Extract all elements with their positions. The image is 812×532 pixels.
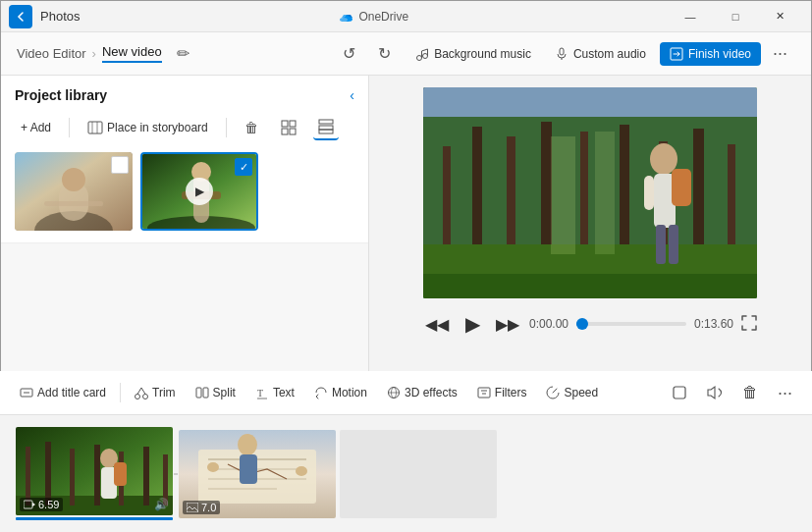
place-storyboard-button[interactable]: Place in storyboard (81, 117, 214, 138)
fullscreen-icon (741, 315, 757, 331)
select-checkbox[interactable]: ✓ (235, 158, 252, 176)
svg-rect-62 (674, 387, 685, 399)
3d-effects-button[interactable]: 3D effects (379, 381, 465, 404)
svg-point-83 (238, 434, 257, 455)
redo-button[interactable]: ↻ (370, 40, 398, 68)
svg-point-1 (340, 18, 348, 22)
clip-thumbnail: 6.59 🔊 (16, 427, 173, 515)
clip-item[interactable]: 7.0 (179, 430, 336, 518)
app-title: Photos (40, 9, 80, 24)
breadcrumb-separator: › (92, 46, 96, 61)
svg-rect-44 (656, 225, 666, 264)
minimize-button[interactable]: — (668, 1, 713, 32)
custom-audio-button[interactable]: Custom audio (545, 42, 656, 66)
edit-title-button[interactable]: ✏ (170, 40, 197, 68)
microphone-icon (555, 47, 568, 61)
undo-button[interactable]: ↺ (335, 40, 362, 68)
grid-icon (281, 120, 297, 135)
svg-rect-15 (319, 126, 333, 130)
svg-rect-14 (319, 120, 333, 124)
delete-button[interactable]: 🗑 (239, 115, 264, 140)
svg-point-2 (417, 55, 422, 60)
next-frame-button[interactable]: ▶▶ (494, 310, 521, 338)
svg-rect-31 (507, 136, 515, 254)
filters-button[interactable]: Filters (469, 381, 535, 404)
svg-rect-13 (290, 129, 296, 134)
image-clip-icon (187, 503, 198, 512)
svg-point-51 (143, 395, 148, 399)
clip-duration: 7.0 (183, 501, 220, 514)
svg-rect-59 (478, 388, 490, 398)
rotate-button[interactable] (664, 377, 695, 408)
svg-rect-32 (541, 122, 552, 249)
svg-text:T: T (257, 388, 263, 399)
empty-clip-slot[interactable] (340, 430, 497, 518)
grid-view-2-button[interactable] (313, 115, 339, 140)
rotate-icon (671, 384, 688, 401)
breadcrumb-parent[interactable]: Video Editor (17, 46, 86, 61)
add-title-card-button[interactable]: Add title card (12, 381, 114, 404)
speed-icon (546, 386, 560, 399)
close-button[interactable]: ✕ (758, 1, 803, 32)
audio-button[interactable] (699, 377, 731, 408)
svg-rect-4 (560, 48, 564, 55)
progress-thumb (576, 318, 588, 330)
project-library: Project library ‹ + Add Place in storybo… (1, 76, 368, 243)
current-time: 0:00.00 (529, 317, 568, 331)
bottom-section: Add title card Trim Split T Text Motion … (0, 371, 812, 532)
main-toolbar: Video Editor › New video ✏ ↺ ↻ Backgroun… (1, 32, 811, 76)
clip-connector (174, 473, 178, 475)
audio-indicator: 🔊 (154, 498, 169, 511)
media-grid: ✓ ▶ (15, 152, 354, 231)
text-button[interactable]: T Text (247, 381, 302, 404)
svg-marker-76 (32, 503, 35, 506)
toolbar-more-button[interactable]: ··· (765, 39, 795, 68)
split-button[interactable]: Split (188, 381, 244, 404)
svg-rect-75 (24, 501, 32, 508)
svg-rect-7 (88, 122, 102, 133)
svg-rect-30 (472, 127, 482, 254)
effects-icon (387, 386, 401, 399)
svg-rect-67 (70, 449, 75, 505)
breadcrumb-current: New video (102, 44, 162, 63)
edit-more-button[interactable]: ··· (770, 379, 800, 407)
grid-view-1-button[interactable] (276, 115, 301, 140)
trim-button[interactable]: Trim (127, 381, 184, 404)
add-button[interactable]: + Add (15, 117, 57, 138)
play-button[interactable]: ▶ (459, 310, 486, 338)
finish-video-button[interactable]: Finish video (660, 42, 761, 66)
onedrive-label: OneDrive (358, 10, 408, 24)
svg-rect-10 (282, 121, 288, 127)
select-checkbox[interactable] (111, 156, 129, 174)
media-item[interactable] (15, 152, 133, 231)
collapse-button[interactable]: ‹ (350, 87, 354, 103)
clip-duration: 6.59 (20, 498, 63, 511)
back-button[interactable] (9, 5, 32, 28)
svg-point-86 (296, 466, 307, 476)
video-clip-icon (24, 500, 35, 509)
svg-rect-43 (672, 169, 691, 206)
edit-toolbar: Add title card Trim Split T Text Motion … (0, 371, 812, 415)
separator (120, 383, 121, 402)
previous-frame-button[interactable]: ◀◀ (423, 310, 451, 338)
media-item[interactable]: ✓ ▶ (140, 152, 258, 231)
title-bar: Photos OneDrive — □ ✕ (1, 1, 811, 32)
storyboard-clips: 6.59 🔊 (0, 415, 812, 532)
motion-button[interactable]: Motion (306, 381, 375, 404)
toolbar-divider (69, 118, 70, 137)
fullscreen-button[interactable] (741, 315, 757, 334)
delete-clip-button[interactable]: 🗑 (734, 377, 766, 408)
svg-rect-65 (26, 447, 30, 505)
video-controls: ◀◀ ▶ ▶▶ 0:00.00 0:13.60 (423, 306, 757, 342)
background-music-button[interactable]: Background music (406, 42, 541, 66)
maximize-button[interactable]: □ (713, 1, 758, 32)
play-button[interactable]: ▶ (186, 178, 213, 205)
video-progress-bar[interactable] (576, 322, 686, 326)
svg-rect-34 (620, 125, 629, 252)
onedrive-area: OneDrive (339, 10, 408, 24)
clip-item[interactable]: 6.59 🔊 (16, 427, 173, 520)
svg-rect-16 (319, 130, 333, 133)
speed-button[interactable]: Speed (538, 381, 606, 404)
svg-point-85 (207, 462, 219, 472)
title-card-icon (20, 386, 33, 399)
